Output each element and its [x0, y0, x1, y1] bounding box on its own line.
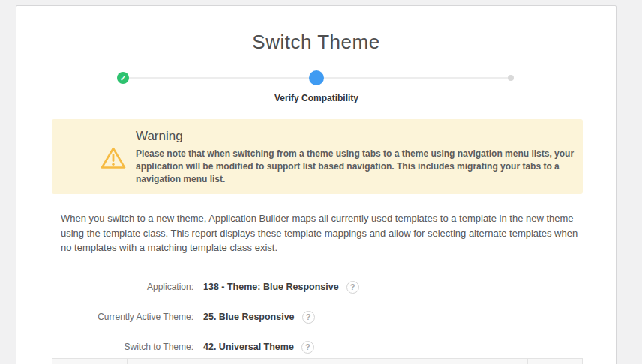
table-header-cell [128, 359, 368, 364]
warning-triangle-icon [100, 146, 127, 170]
field-row-application: Application: 138 - Theme: Blue Responsiv… [32, 280, 359, 294]
current-step-label: Verify Compatibility [204, 93, 429, 103]
step-current-marker [309, 70, 324, 85]
warning-banner: Warning Please note that when switching … [52, 119, 583, 194]
field-value-switch-to-theme: 42. Universal Theme [203, 342, 294, 352]
table-header-cell [528, 359, 582, 364]
field-value-current-theme: 25. Blue Responsive [203, 312, 295, 322]
step-complete-marker: ✓ [117, 72, 129, 84]
switch-theme-wizard-card: Switch Theme ✓ Verify Compatibility Warn… [16, 5, 616, 364]
check-icon: ✓ [120, 74, 126, 82]
help-icon[interactable]: ? [302, 341, 314, 354]
field-row-current-theme: Currently Active Theme: 25. Blue Respons… [32, 310, 315, 324]
field-label-switch-to-theme: Switch to Theme: [32, 342, 194, 352]
description-text: When you switch to a new theme, Applicat… [61, 211, 584, 255]
warning-text-block: Warning Please note that when switching … [136, 129, 608, 186]
field-label-application: Application: [32, 282, 194, 292]
step-upcoming-marker [508, 75, 514, 81]
warning-message: Please note that when switching from a t… [136, 148, 602, 186]
field-label-current-theme: Currently Active Theme: [32, 312, 194, 322]
page-background: { "page": { "title": "Switch Theme" }, "… [0, 0, 642, 364]
template-mapping-table-header [52, 358, 583, 364]
table-header-cell [368, 359, 528, 364]
help-icon[interactable]: ? [302, 311, 315, 324]
page-title: Switch Theme [16, 31, 616, 54]
field-value-application: 138 - Theme: Blue Responsive [203, 282, 339, 292]
help-icon[interactable]: ? [346, 281, 359, 294]
warning-title: Warning [136, 129, 608, 144]
table-header-cell [52, 359, 128, 364]
field-row-switch-to-theme: Switch to Theme: 42. Universal Theme ? [32, 340, 314, 354]
